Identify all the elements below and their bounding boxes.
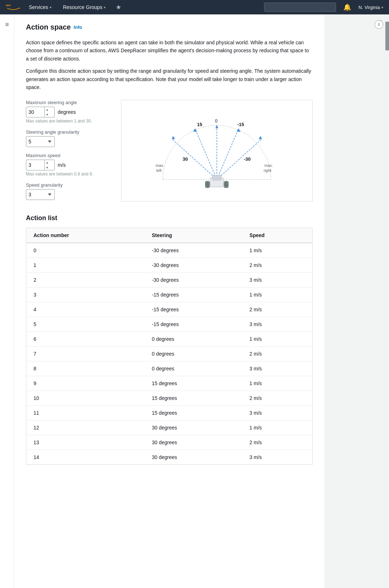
table-row: 10 15 degrees 2 m/s xyxy=(26,391,313,406)
services-chevron: ▾ xyxy=(50,5,52,9)
page-wrapper: ≡ Action space Info Action space defines… xyxy=(0,14,389,588)
table-row: 5 -15 degrees 3 m/s xyxy=(26,317,313,332)
action-number-cell: 7 xyxy=(26,347,145,361)
max-steering-spinner: ▲ ▼ xyxy=(44,107,50,117)
sidebar-menu-icon[interactable]: ≡ xyxy=(3,19,11,31)
scroll-thumb[interactable] xyxy=(385,22,389,50)
services-label: Services xyxy=(29,4,48,10)
max-speed-input[interactable] xyxy=(26,162,44,168)
max-steering-number-input: ▲ ▼ xyxy=(26,107,55,117)
max-speed-label: Maximum speed xyxy=(26,153,112,158)
steering-cell: -15 degrees xyxy=(145,288,242,302)
table-row: 13 30 degrees 2 m/s xyxy=(26,435,313,450)
svg-text:max.: max. xyxy=(264,163,273,168)
svg-marker-1 xyxy=(19,7,20,9)
svg-line-12 xyxy=(173,140,217,179)
region-chevron: ▾ xyxy=(381,5,383,9)
svg-line-6 xyxy=(195,129,217,179)
region-label: N. Virginia xyxy=(358,5,380,10)
svg-marker-13 xyxy=(172,136,175,139)
nav-search-input[interactable] xyxy=(264,3,336,12)
max-steering-unit: degrees xyxy=(58,109,76,115)
max-steering-input-row: ▲ ▼ degrees xyxy=(26,107,112,117)
action-number-cell: 2 xyxy=(26,273,145,288)
action-table-body: 0 -30 degrees 1 m/s 1 -30 degrees 2 m/s … xyxy=(26,243,313,465)
max-speed-number-input: ▲ ▼ xyxy=(26,160,55,170)
table-row: 11 15 degrees 3 m/s xyxy=(26,406,313,420)
svg-marker-7 xyxy=(193,128,197,132)
svg-text:max.: max. xyxy=(156,163,164,168)
resource-groups-nav-link[interactable]: Resource Groups ▾ xyxy=(60,3,109,12)
action-number-cell: 4 xyxy=(26,302,145,317)
steering-cell: -30 degrees xyxy=(145,258,242,273)
table-row: 2 -30 degrees 3 m/s xyxy=(26,273,313,288)
steering-cell: 15 degrees xyxy=(145,406,242,420)
steering-granularity-group: Steering angle granularity 5 3 7 9 xyxy=(26,129,112,147)
steering-granularity-label: Steering angle granularity xyxy=(26,129,112,135)
max-steering-hint: Max values are between 1 and 30. xyxy=(26,119,112,124)
form-diagram-row: Maximum steering angle ▲ ▼ degrees Max v… xyxy=(26,100,313,206)
region-selector[interactable]: N. Virginia ▾ xyxy=(358,5,383,10)
speed-cell: 3 m/s xyxy=(242,361,313,376)
svg-line-15 xyxy=(217,140,261,179)
max-speed-down-button[interactable]: ▼ xyxy=(45,165,50,170)
svg-point-26 xyxy=(206,182,209,187)
steering-cell: 30 degrees xyxy=(145,450,242,465)
svg-text:15: 15 xyxy=(197,122,202,127)
resource-groups-chevron: ▾ xyxy=(104,5,106,9)
form-section: Maximum steering angle ▲ ▼ degrees Max v… xyxy=(26,100,112,206)
table-row: 9 15 degrees 1 m/s xyxy=(26,376,313,391)
table-row: 14 30 degrees 3 m/s xyxy=(26,450,313,465)
speed-cell: 1 m/s xyxy=(242,376,313,391)
page-title-row: Action space Info xyxy=(26,23,313,31)
action-number-cell: 11 xyxy=(26,406,145,420)
speed-cell: 2 m/s xyxy=(242,347,313,361)
svg-text:-15: -15 xyxy=(237,122,244,127)
table-row: 12 30 degrees 1 m/s xyxy=(26,420,313,435)
bookmark-icon[interactable]: ★ xyxy=(114,2,123,13)
max-speed-up-button[interactable]: ▲ xyxy=(45,160,50,165)
col-steering: Steering xyxy=(145,228,242,243)
speed-granularity-label: Speed granularity xyxy=(26,182,112,188)
speed-cell: 1 m/s xyxy=(242,243,313,258)
svg-line-9 xyxy=(217,129,238,179)
page-title: Action space xyxy=(26,23,71,31)
steering-granularity-select[interactable]: 5 3 7 9 xyxy=(26,136,55,147)
steering-diagram: 0 15 -15 30 -30 xyxy=(121,100,313,201)
info-circle-button[interactable]: i xyxy=(375,20,383,29)
speed-cell: 2 m/s xyxy=(242,435,313,450)
table-row: 8 0 degrees 3 m/s xyxy=(26,361,313,376)
svg-text:30: 30 xyxy=(183,156,188,162)
bell-icon[interactable]: 🔔 xyxy=(342,2,353,13)
action-number-cell: 3 xyxy=(26,288,145,302)
steering-cell: 30 degrees xyxy=(145,435,242,450)
max-speed-input-row: ▲ ▼ m/s xyxy=(26,160,112,170)
speed-cell: 3 m/s xyxy=(242,450,313,465)
max-speed-group: Maximum speed ▲ ▼ m/s Max values are bet… xyxy=(26,153,112,177)
speed-cell: 1 m/s xyxy=(242,332,313,347)
speed-granularity-select[interactable]: 3 2 4 xyxy=(26,189,55,200)
steering-cell: -30 degrees xyxy=(145,243,242,258)
svg-text:-30: -30 xyxy=(244,156,251,162)
speed-cell: 1 m/s xyxy=(242,288,313,302)
svg-marker-16 xyxy=(259,136,262,139)
diagram-svg: 0 15 -15 30 -30 xyxy=(121,100,312,201)
svg-marker-10 xyxy=(237,128,241,132)
aws-logo[interactable]: aws xyxy=(6,3,20,12)
steering-cell: -15 degrees xyxy=(145,302,242,317)
info-link[interactable]: Info xyxy=(73,24,82,30)
speed-granularity-group: Speed granularity 3 2 4 xyxy=(26,182,112,200)
max-steering-down-button[interactable]: ▼ xyxy=(45,112,50,117)
speed-cell: 3 m/s xyxy=(242,406,313,420)
max-steering-input[interactable] xyxy=(26,109,44,115)
description-2: Configure this discrete action space by … xyxy=(26,67,313,91)
max-steering-up-button[interactable]: ▲ xyxy=(45,107,50,112)
services-nav-link[interactable]: Services ▾ xyxy=(26,3,54,12)
action-number-cell: 9 xyxy=(26,376,145,391)
svg-text:right: right xyxy=(264,168,271,173)
col-action-number: Action number xyxy=(26,228,145,243)
action-table: Action number Steering Speed 0 -30 degre… xyxy=(26,228,313,465)
steering-cell: 0 degrees xyxy=(145,332,242,347)
svg-text:left: left xyxy=(156,168,162,173)
table-row: 6 0 degrees 1 m/s xyxy=(26,332,313,347)
